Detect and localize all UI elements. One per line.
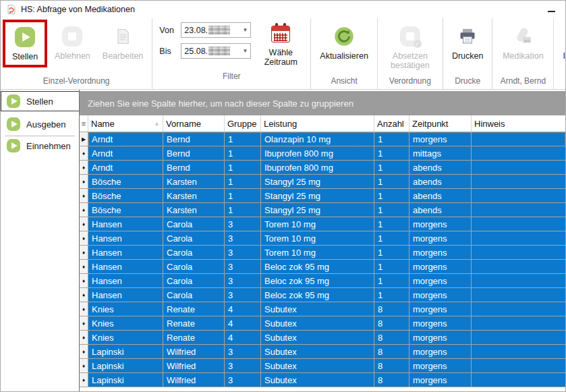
cell-name[interactable]: Hansen (88, 288, 163, 302)
cell-anzahl[interactable]: 1 (374, 161, 409, 175)
cell-gruppe[interactable]: 3 (225, 246, 261, 260)
cell-zeitpunkt[interactable]: abends (409, 161, 472, 175)
von-date-combobox[interactable]: 23.08. ▼ (181, 22, 251, 38)
cell-name[interactable]: Hansen (88, 231, 163, 246)
cell-leistung[interactable]: Stangyl 25 mg (261, 203, 374, 217)
table-row[interactable]: ♦ Arndt Bernd 1 Ibuprofen 800 mg 1 abend… (80, 161, 565, 175)
table-row[interactable]: ♦ Hansen Carola 3 Beloc zok 95 mg 1 morg… (80, 260, 565, 274)
cell-anzahl[interactable]: 1 (374, 175, 409, 189)
cell-gruppe[interactable]: 1 (225, 203, 261, 217)
cell-name[interactable]: Bösche (88, 189, 163, 203)
sidebar-item-ausgeben[interactable]: Ausgeben (1, 114, 79, 134)
cell-name[interactable]: Bösche (88, 175, 163, 189)
cell-name[interactable]: Bösche (88, 203, 163, 217)
table-row[interactable]: ♦ Knies Renate 4 Subutex 8 morgens (80, 302, 565, 316)
cell-leistung[interactable]: Subutex (261, 345, 374, 359)
cell-anzahl[interactable]: 1 (374, 260, 409, 274)
cell-vorname[interactable]: Renate (163, 331, 225, 345)
ablehnen-button[interactable]: Ablehnen (50, 22, 95, 63)
cell-vorname[interactable]: Renate (163, 302, 225, 316)
cell-anzahl[interactable]: 8 (374, 316, 409, 331)
cell-hinweis[interactable] (472, 132, 565, 146)
column-chooser-icon[interactable]: ≡ (80, 115, 88, 132)
cell-name[interactable]: Hansen (88, 260, 163, 274)
cell-anzahl[interactable]: 1 (374, 274, 409, 288)
cell-gruppe[interactable]: 1 (225, 175, 261, 189)
cell-zeitpunkt[interactable]: morgens (409, 302, 472, 316)
cell-gruppe[interactable]: 3 (225, 373, 261, 387)
cell-zeitpunkt[interactable]: morgens (409, 217, 472, 231)
cell-hinweis[interactable] (472, 345, 565, 359)
cell-leistung[interactable]: Stangyl 25 mg (261, 189, 374, 203)
cell-zeitpunkt[interactable]: mittags (409, 146, 472, 161)
table-row[interactable]: ♦ Bösche Karsten 1 Stangyl 25 mg 1 abend… (80, 189, 565, 203)
waehle-zeitraum-button[interactable]: Wähle Zeitraum (256, 22, 305, 70)
table-row[interactable]: ♦ Arndt Bernd 1 Ibuprofen 800 mg 1 mitta… (80, 146, 565, 161)
bis-date-combobox[interactable]: 25.08. ▼ (181, 43, 251, 59)
cell-anzahl[interactable]: 8 (374, 345, 409, 359)
cell-name[interactable]: Lapinski (88, 359, 163, 373)
column-header-anzahl[interactable]: Anzahl (374, 115, 409, 132)
cell-anzahl[interactable]: 1 (374, 217, 409, 231)
cell-gruppe[interactable]: 4 (225, 331, 261, 345)
cell-zeitpunkt[interactable]: morgens (409, 260, 472, 274)
cell-name[interactable]: Knies (88, 316, 163, 331)
cell-zeitpunkt[interactable]: morgens (409, 331, 472, 345)
table-row[interactable]: ♦ Lapinski Wilfried 3 Subutex 8 morgens (80, 373, 565, 387)
cell-name[interactable]: Hansen (88, 246, 163, 260)
sidebar-item-einnehmen[interactable]: Einnehmen (5, 136, 75, 156)
column-header-hinweis[interactable]: Hinweis (472, 115, 565, 132)
cell-gruppe[interactable]: 1 (225, 146, 261, 161)
column-header-gruppe[interactable]: Gruppe (225, 115, 261, 132)
stellen-button[interactable]: Stellen (7, 23, 43, 64)
cell-hinweis[interactable] (472, 146, 565, 161)
cell-leistung[interactable]: Subutex (261, 331, 374, 345)
table-row[interactable]: ♦ Lapinski Wilfried 3 Subutex 8 morgens (80, 359, 565, 373)
cell-vorname[interactable]: Wilfried (163, 373, 225, 387)
table-row[interactable]: ♦ Hansen Carola 3 Torem 10 mg 1 morgens (80, 246, 565, 260)
cell-anzahl[interactable]: 1 (374, 132, 409, 146)
drucken-button[interactable]: Drucken (447, 22, 488, 63)
group-by-panel[interactable]: Ziehen Sie eine Spalte hierher, um nach … (80, 91, 565, 115)
cell-leistung[interactable]: Olanzapin 10 mg (261, 132, 374, 146)
cell-leistung[interactable]: Torem 10 mg (261, 217, 374, 231)
cell-hinweis[interactable] (472, 203, 565, 217)
cell-vorname[interactable]: Karsten (163, 189, 225, 203)
bearbeiten-button[interactable]: Bearbeiten (98, 22, 148, 63)
cell-gruppe[interactable]: 3 (225, 274, 261, 288)
cell-vorname[interactable]: Karsten (163, 175, 225, 189)
cell-vorname[interactable]: Karsten (163, 203, 225, 217)
cell-zeitpunkt[interactable]: abends (409, 175, 472, 189)
cell-zeitpunkt[interactable]: morgens (409, 316, 472, 331)
cell-zeitpunkt[interactable]: morgens (409, 359, 472, 373)
sidebar-item-stellen[interactable]: Stellen (1, 91, 79, 111)
cell-gruppe[interactable]: 1 (225, 132, 261, 146)
table-row[interactable]: ♦ Bösche Karsten 1 Stangyl 25 mg 1 abend… (80, 175, 565, 189)
cell-gruppe[interactable]: 4 (225, 316, 261, 331)
cell-anzahl[interactable]: 1 (374, 189, 409, 203)
cell-hinweis[interactable] (472, 302, 565, 316)
cell-gruppe[interactable]: 4 (225, 302, 261, 316)
cell-leistung[interactable]: Subutex (261, 359, 374, 373)
cell-name[interactable]: Arndt (88, 146, 163, 161)
cell-leistung[interactable]: Torem 10 mg (261, 231, 374, 246)
cell-name[interactable]: Arndt (88, 161, 163, 175)
cell-zeitpunkt[interactable]: morgens (409, 288, 472, 302)
medikation-button[interactable]: Medikation (497, 22, 549, 63)
table-row[interactable]: ▶ Arndt Bernd 1 Olanzapin 10 mg 1 morgen… (80, 132, 565, 146)
cell-vorname[interactable]: Bernd (163, 146, 225, 161)
cell-gruppe[interactable]: 1 (225, 161, 261, 175)
cell-zeitpunkt[interactable]: abends (409, 203, 472, 217)
cell-hinweis[interactable] (472, 274, 565, 288)
cell-leistung[interactable]: Subutex (261, 316, 374, 331)
cell-leistung[interactable]: Ibuprofen 800 mg (261, 161, 374, 175)
cell-vorname[interactable]: Wilfried (163, 345, 225, 359)
cell-vorname[interactable]: Carola (163, 288, 225, 302)
cell-leistung[interactable]: Beloc zok 95 mg (261, 288, 374, 302)
cell-zeitpunkt[interactable]: morgens (409, 274, 472, 288)
cell-leistung[interactable]: Subutex (261, 302, 374, 316)
cell-hinweis[interactable] (472, 246, 565, 260)
cell-zeitpunkt[interactable]: abends (409, 189, 472, 203)
table-row[interactable]: ♦ Bösche Karsten 1 Stangyl 25 mg 1 abend… (80, 203, 565, 217)
cell-leistung[interactable]: Subutex (261, 373, 374, 387)
